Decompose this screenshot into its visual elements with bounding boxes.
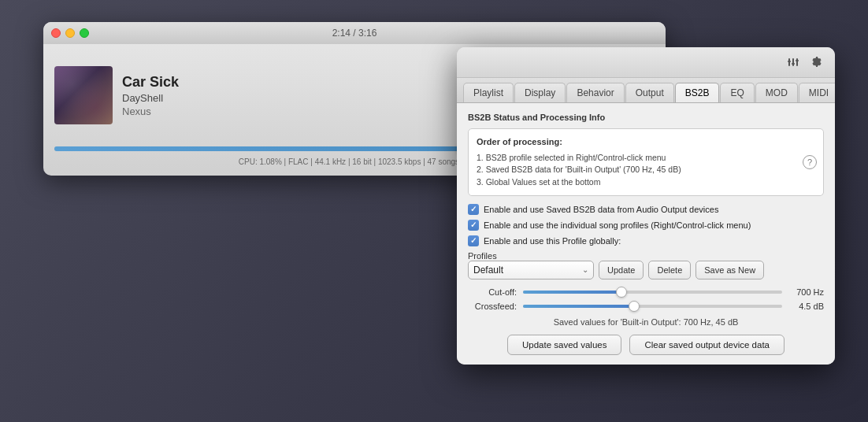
minimize-button[interactable] [65, 28, 75, 38]
order-item-2: 2. Saved BS2B data for 'Built-in Output'… [477, 164, 815, 176]
profiles-section: Profiles Default ⌄ Update Delete Save as… [468, 251, 824, 279]
cutoff-slider[interactable] [523, 291, 782, 294]
order-item-3: 3. Global Values set at the bottom [477, 176, 815, 189]
tab-output[interactable]: Output [625, 83, 674, 102]
track-info: Car Sick DayShell Nexus [122, 74, 179, 117]
delete-button[interactable]: Delete [648, 261, 691, 279]
album-art [54, 66, 113, 124]
profiles-label: Profiles [468, 251, 824, 261]
checkbox-label-1: Enable and use Saved BS2B data from Audi… [484, 205, 718, 214]
save-as-new-button[interactable]: Save as New [696, 261, 764, 279]
track-artist: DayShell [122, 92, 179, 104]
maximize-button[interactable] [80, 28, 89, 38]
svg-rect-3 [788, 61, 791, 62]
clear-saved-button[interactable]: Clear saved output device data [629, 335, 785, 355]
checkbox-label-2: Enable and use the individual song profi… [484, 220, 751, 230]
crossfeed-value: 4.5 dB [788, 302, 824, 311]
cutoff-label: Cut-off: [468, 287, 517, 297]
select-arrow-icon: ⌄ [582, 265, 588, 274]
update-saved-button[interactable]: Update saved values [507, 335, 621, 355]
svg-rect-5 [796, 60, 799, 61]
cutoff-row: Cut-off: 700 Hz [468, 287, 824, 297]
cutoff-value: 700 Hz [788, 287, 824, 297]
checkbox-label-3: Enable and use this Profile globally: [484, 236, 621, 246]
profiles-select[interactable]: Default ⌄ [468, 261, 594, 279]
tab-bs2b[interactable]: BS2B [675, 83, 720, 102]
sliders-icon[interactable] [785, 54, 802, 71]
crossfeed-thumb[interactable] [629, 301, 640, 312]
tabs-row: Playlist Display Behavior Output BS2B EQ… [457, 78, 835, 103]
checkbox-3[interactable] [468, 235, 479, 246]
tab-behavior[interactable]: Behavior [566, 83, 624, 102]
svg-rect-1 [792, 58, 794, 66]
settings-body: BS2B Status and Processing Info Order of… [457, 103, 835, 365]
tab-midi[interactable]: MIDI [799, 83, 835, 102]
crossfeed-fill [523, 305, 634, 308]
settings-panel: Playlist Display Behavior Output BS2B EQ… [457, 47, 835, 365]
checkbox-row-2: Enable and use the individual song profi… [468, 220, 824, 231]
tab-mod[interactable]: MOD [755, 83, 798, 102]
bottom-buttons: Update saved values Clear saved output d… [468, 335, 824, 355]
playback-time: 2:14 / 3:16 [332, 28, 377, 39]
profile-selected-value: Default [473, 265, 503, 276]
track-title: Car Sick [122, 74, 179, 91]
crossfeed-row: Crossfeed: 4.5 dB [468, 302, 824, 311]
bs2b-section-title: BS2B Status and Processing Info [468, 113, 824, 122]
traffic-lights [51, 28, 89, 38]
checkbox-1[interactable] [468, 204, 479, 215]
update-button[interactable]: Update [599, 261, 644, 279]
tab-eq[interactable]: EQ [720, 83, 754, 102]
profiles-controls: Default ⌄ Update Delete Save as New [468, 261, 824, 279]
checkbox-2[interactable] [468, 220, 479, 231]
title-bar: 2:14 / 3:16 [43, 22, 666, 44]
svg-rect-4 [792, 63, 795, 65]
crossfeed-label: Crossfeed: [468, 302, 517, 311]
settings-header [457, 47, 835, 78]
checkbox-row-1: Enable and use Saved BS2B data from Audi… [468, 204, 824, 215]
tab-display[interactable]: Display [514, 83, 566, 102]
cutoff-fill [523, 291, 621, 294]
tab-playlist[interactable]: Playlist [463, 83, 514, 102]
progress-fill [54, 146, 462, 151]
checkbox-row-3: Enable and use this Profile globally: [468, 235, 824, 246]
cutoff-thumb[interactable] [616, 287, 627, 298]
crossfeed-slider[interactable] [523, 305, 782, 308]
gear-icon[interactable] [808, 54, 825, 71]
saved-values-text: Saved values for 'Built-in Output': 700 … [468, 317, 824, 327]
help-button[interactable]: ? [803, 155, 817, 169]
svg-rect-2 [796, 58, 798, 66]
desktop: 2:14 / 3:16 Car Sick DayShell Nexus CPU:… [0, 0, 868, 422]
order-label: Order of processing: [477, 135, 815, 149]
track-album: Nexus [122, 106, 179, 117]
info-box: Order of processing: 1. BS2B profile sel… [468, 128, 824, 196]
order-item-1: 1. BS2B profile selected in Right/Contro… [477, 152, 815, 165]
order-list: 1. BS2B profile selected in Right/Contro… [477, 152, 815, 189]
close-button[interactable] [51, 28, 61, 38]
